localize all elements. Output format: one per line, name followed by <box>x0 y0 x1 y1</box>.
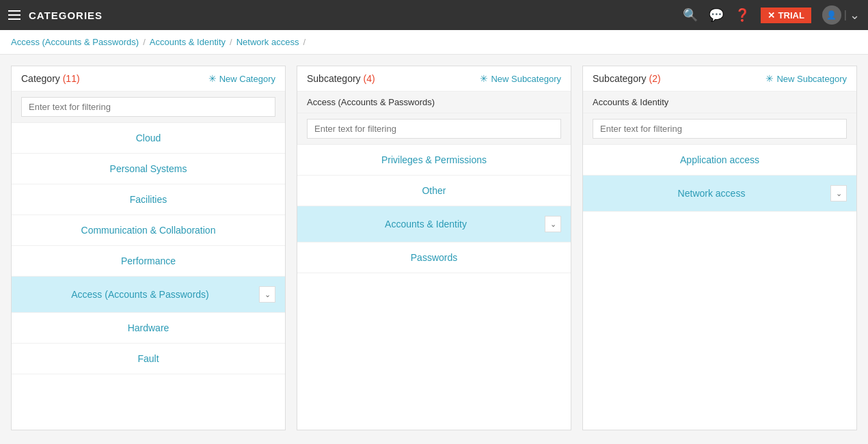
subcategory-panel-1-header: Subcategory (4) ✳ New Subcategory <box>297 66 571 92</box>
category-count: (11) <box>63 73 80 84</box>
header-left: CATEGORIES <box>8 10 103 21</box>
new-subcategory-2-button[interactable]: ✳ New Subcategory <box>765 73 847 84</box>
subcategory-panel-2: Subcategory (2) ✳ New Subcategory Accoun… <box>582 66 857 430</box>
new-subcategory-1-label: New Subcategory <box>491 74 561 84</box>
new-subcategory-2-label: New Subcategory <box>776 74 847 84</box>
list-item-label: Passwords <box>307 252 561 263</box>
list-item[interactable]: Communication & Collaboration <box>12 215 285 246</box>
list-item-label: Communication & Collaboration <box>21 225 275 236</box>
chat-icon[interactable]: 💬 <box>709 8 724 23</box>
list-item-label: Performance <box>21 255 275 266</box>
subcategory-1-filter-wrap <box>297 113 571 145</box>
list-item[interactable]: Cloud <box>12 123 285 154</box>
trial-x-icon: ✕ <box>768 10 775 20</box>
subcategory-2-filter-input[interactable] <box>593 119 847 139</box>
help-icon[interactable]: ❓ <box>735 8 750 23</box>
list-item-label: Access (Accounts & Passwords) <box>21 289 259 300</box>
breadcrumb-sep-3: / <box>303 37 306 47</box>
list-item-label: Privileges & Permissions <box>307 154 561 165</box>
list-item[interactable]: Accounts & Identity⌄ <box>297 206 571 242</box>
list-item[interactable]: Personal Systems <box>12 154 285 184</box>
category-filter-input[interactable] <box>21 97 275 117</box>
menu-icon[interactable] <box>8 10 21 20</box>
subcategory-2-filter-wrap <box>583 113 856 145</box>
chevron-expand-button[interactable]: ⌄ <box>259 286 275 303</box>
list-item[interactable]: Performance <box>12 246 285 277</box>
list-item[interactable]: Access (Accounts & Passwords)⌄ <box>12 277 285 313</box>
list-item-label: Application access <box>593 154 847 165</box>
category-filter-wrap <box>12 92 285 123</box>
list-item[interactable]: Network access⌄ <box>583 176 856 212</box>
list-item-label: Fault <box>21 353 275 364</box>
trial-label: TRIAL <box>778 10 804 20</box>
new-subcategory-1-button[interactable]: ✳ New Subcategory <box>480 73 561 84</box>
subcategory-1-list: Privileges & PermissionsOtherAccounts & … <box>297 145 571 430</box>
breadcrumb-link-1[interactable]: Access (Accounts & Passwords) <box>11 37 139 47</box>
breadcrumb-link-3[interactable]: Network access <box>236 37 299 47</box>
subcategory-panel-2-title: Subcategory (2) <box>593 73 661 84</box>
chevron-expand-button[interactable]: ⌄ <box>545 216 561 232</box>
new-category-button[interactable]: ✳ New Category <box>208 73 275 84</box>
list-item[interactable]: Other <box>297 176 571 206</box>
list-item[interactable]: Application access <box>583 145 856 176</box>
category-list: CloudPersonal SystemsFacilitiesCommunica… <box>12 123 285 430</box>
list-item[interactable]: Fault <box>12 344 285 374</box>
breadcrumb-sep-1: / <box>143 37 146 47</box>
new-category-asterisk: ✳ <box>208 73 217 84</box>
list-item[interactable]: Passwords <box>297 242 571 273</box>
list-item-label: Cloud <box>21 133 275 143</box>
new-category-label: New Category <box>219 74 275 84</box>
category-panel-title: Category (11) <box>21 73 80 84</box>
list-item-label: Personal Systems <box>21 163 275 174</box>
breadcrumb-sep-2: / <box>230 37 232 47</box>
user-avatar-area[interactable]: 👤 | ⌄ <box>822 5 860 25</box>
list-item-label: Facilities <box>21 194 275 205</box>
subcategory-2-list: Application accessNetwork access⌄ <box>583 145 856 430</box>
header-right: 🔍 💬 ❓ ✕ TRIAL 👤 | ⌄ <box>683 5 860 25</box>
list-item[interactable]: Privileges & Permissions <box>297 145 571 176</box>
chevron-expand-button[interactable]: ⌄ <box>830 185 847 202</box>
subcategory-1-context: Access (Accounts & Passwords) <box>297 92 571 113</box>
breadcrumb: Access (Accounts & Passwords) / Accounts… <box>0 30 868 55</box>
list-item[interactable]: Hardware <box>12 313 285 344</box>
app-header: CATEGORIES 🔍 💬 ❓ ✕ TRIAL 👤 | ⌄ <box>0 0 868 30</box>
subcategory-1-count: (4) <box>364 73 375 84</box>
list-item-label: Other <box>307 185 561 196</box>
list-item[interactable]: Facilities <box>12 184 285 215</box>
list-item-label: Accounts & Identity <box>307 219 545 230</box>
category-panel-header: Category (11) ✳ New Category <box>12 66 285 92</box>
new-subcategory-1-asterisk: ✳ <box>480 73 488 84</box>
divider: | <box>844 9 847 21</box>
search-icon[interactable]: 🔍 <box>683 8 698 23</box>
list-item-label: Network access <box>593 188 830 199</box>
subcategory-1-filter-input[interactable] <box>307 119 561 139</box>
new-subcategory-2-asterisk: ✳ <box>765 73 774 84</box>
app-title: CATEGORIES <box>29 10 103 21</box>
avatar: 👤 <box>822 5 841 25</box>
subcategory-panel-2-header: Subcategory (2) ✳ New Subcategory <box>583 66 856 92</box>
subcategory-2-count: (2) <box>649 73 661 84</box>
subcategory-2-context: Accounts & Identity <box>583 92 856 113</box>
list-item-label: Hardware <box>21 322 275 333</box>
chevron-down-icon[interactable]: ⌄ <box>850 8 860 23</box>
main-content: Category (11) ✳ New Category CloudPerson… <box>0 55 868 441</box>
category-panel: Category (11) ✳ New Category CloudPerson… <box>11 66 286 430</box>
trial-badge: ✕ TRIAL <box>761 8 811 23</box>
subcategory-panel-1: Subcategory (4) ✳ New Subcategory Access… <box>297 66 571 430</box>
breadcrumb-link-2[interactable]: Accounts & Identity <box>150 37 226 47</box>
subcategory-panel-1-title: Subcategory (4) <box>307 73 375 84</box>
